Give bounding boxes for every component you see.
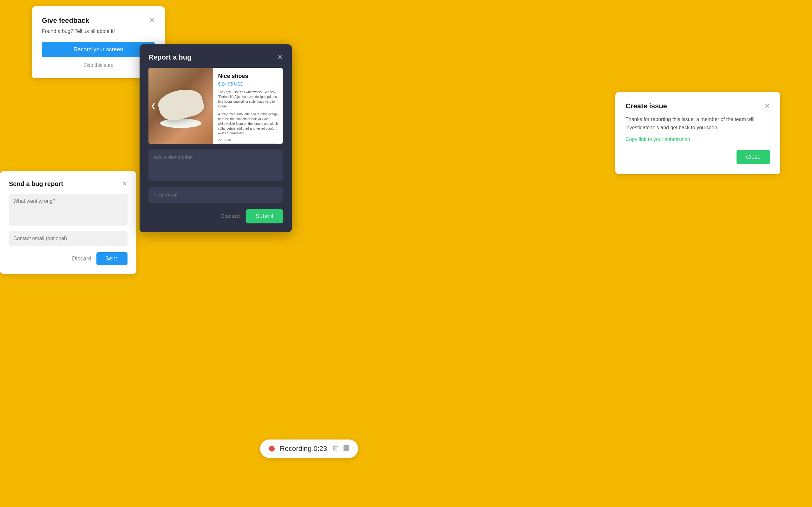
- report-description-textarea[interactable]: [148, 150, 283, 181]
- report-modal-discard-button[interactable]: Discard: [220, 213, 240, 220]
- recording-delete-button[interactable]: [332, 445, 339, 453]
- bug-report-send-button[interactable]: Send: [96, 252, 128, 265]
- screenshot-preview: ❮ ❯ Nice shoes $ 24.95 USD They say, "Do…: [148, 68, 283, 144]
- color-label: COLOUR: [218, 139, 278, 142]
- next-image-button[interactable]: ❯: [206, 102, 211, 109]
- report-modal-title: Report a bug: [148, 53, 192, 61]
- report-modal-submit-button[interactable]: Submit: [246, 209, 283, 223]
- give-feedback-subtitle: Found a bug? Tell us all about it!: [42, 29, 155, 34]
- product-description-1: They say, "Don't fix what works". We say…: [218, 90, 278, 109]
- product-description-2: A low-profile silhouette and durable des…: [218, 112, 278, 135]
- bug-report-card: Send a bug report ✕ Discard Send: [0, 171, 136, 274]
- create-issue-title: Create issue: [625, 102, 667, 110]
- report-bug-modal: Report a bug ✕ ❮ ❯ Nice shoes $ 24.95 US…: [140, 44, 292, 232]
- contact-email-input[interactable]: [9, 231, 128, 246]
- bug-description-textarea[interactable]: [9, 194, 128, 226]
- skip-step-button[interactable]: Skip this step: [42, 62, 155, 68]
- bug-report-title: Send a bug report: [9, 180, 63, 187]
- report-modal-close-button[interactable]: ✕: [277, 53, 283, 61]
- create-issue-close-action-button[interactable]: Close: [737, 150, 770, 164]
- report-email-input[interactable]: [148, 187, 283, 203]
- bug-report-discard-button[interactable]: Discard: [72, 256, 91, 262]
- bug-report-close-button[interactable]: ✕: [122, 180, 128, 187]
- record-screen-button[interactable]: Record your screen: [42, 42, 155, 57]
- copy-link-button[interactable]: Copy link to your submission: [625, 136, 770, 142]
- prev-image-button[interactable]: ❮: [151, 102, 156, 109]
- recording-indicator: [269, 446, 275, 452]
- recording-timer: Recording 0:23: [280, 445, 327, 453]
- color-select[interactable]: Black/Metallic Gold: [218, 143, 278, 144]
- recording-bar: Recording 0:23: [260, 440, 358, 458]
- product-price: $ 24.95 USD: [218, 81, 278, 87]
- give-feedback-title: Give feedback: [42, 16, 89, 25]
- create-issue-close-button[interactable]: ✕: [764, 102, 770, 110]
- product-name: Nice shoes: [218, 73, 278, 79]
- create-issue-card: Create issue ✕ Thanks for reporting this…: [615, 92, 780, 174]
- stop-icon: [344, 445, 349, 451]
- create-issue-body: Thanks for reporting this issue, a membe…: [625, 115, 770, 131]
- product-image: ❮ ❯: [148, 68, 213, 144]
- product-info: Nice shoes $ 24.95 USD They say, "Don't …: [213, 68, 283, 144]
- recording-stop-button[interactable]: [344, 445, 349, 452]
- give-feedback-close-button[interactable]: ✕: [149, 17, 155, 24]
